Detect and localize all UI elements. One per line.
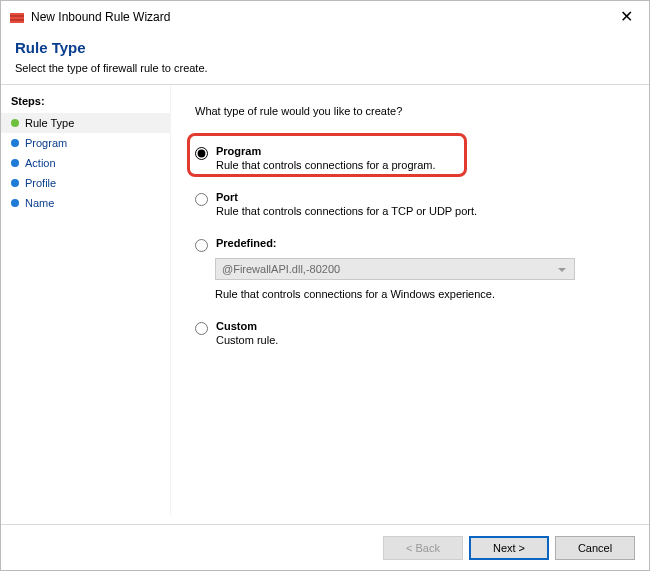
option-custom-block: Custom Custom rule. [195, 316, 631, 348]
step-name[interactable]: Name [1, 193, 170, 213]
prompt-text: What type of rule would you like to crea… [195, 105, 631, 117]
content-area: Steps: Rule Type Program Action Profile … [1, 85, 649, 515]
option-program[interactable]: Program Rule that controls connections f… [195, 141, 631, 173]
option-name: Port [216, 191, 477, 203]
bullet-icon [11, 119, 19, 127]
titlebar: New Inbound Rule Wizard ✕ [1, 1, 649, 31]
option-port-block: Port Rule that controls connections for … [195, 187, 631, 219]
main-panel: What type of rule would you like to crea… [171, 85, 649, 515]
predefined-select[interactable]: @FirewallAPI.dll,-80200 [215, 258, 575, 280]
option-port[interactable]: Port Rule that controls connections for … [195, 187, 631, 219]
firewall-icon [9, 9, 25, 25]
option-program-block: Program Rule that controls connections f… [195, 141, 631, 173]
footer: < Back Next > Cancel [1, 524, 649, 570]
step-program[interactable]: Program [1, 133, 170, 153]
step-profile[interactable]: Profile [1, 173, 170, 193]
option-predefined[interactable]: Predefined: [195, 233, 631, 254]
option-name: Custom [216, 320, 278, 332]
option-predefined-block: Predefined: @FirewallAPI.dll,-80200 Rule… [195, 233, 631, 302]
page-title: Rule Type [15, 39, 635, 56]
radio-custom[interactable] [195, 322, 208, 335]
option-name: Program [216, 145, 436, 157]
step-label: Action [25, 157, 56, 169]
step-label: Program [25, 137, 67, 149]
header: Rule Type Select the type of firewall ru… [1, 31, 649, 84]
radio-program[interactable] [195, 147, 208, 160]
bullet-icon [11, 199, 19, 207]
svg-rect-1 [10, 13, 24, 15]
option-text: Predefined: [216, 237, 277, 249]
step-action[interactable]: Action [1, 153, 170, 173]
bullet-icon [11, 139, 19, 147]
bullet-icon [11, 179, 19, 187]
radio-port[interactable] [195, 193, 208, 206]
option-custom[interactable]: Custom Custom rule. [195, 316, 631, 348]
wizard-window: New Inbound Rule Wizard ✕ Rule Type Sele… [0, 0, 650, 571]
step-label: Profile [25, 177, 56, 189]
option-name: Predefined: [216, 237, 277, 249]
predefined-select-value: @FirewallAPI.dll,-80200 [222, 263, 340, 275]
option-desc: Custom rule. [216, 334, 278, 346]
option-text: Port Rule that controls connections for … [216, 191, 477, 217]
options-group: Program Rule that controls connections f… [195, 141, 631, 348]
bullet-icon [11, 159, 19, 167]
close-icon[interactable]: ✕ [612, 7, 641, 27]
cancel-button[interactable]: Cancel [555, 536, 635, 560]
radio-predefined[interactable] [195, 239, 208, 252]
window-title: New Inbound Rule Wizard [31, 10, 170, 24]
option-text: Program Rule that controls connections f… [216, 145, 436, 171]
step-label: Rule Type [25, 117, 74, 129]
step-rule-type[interactable]: Rule Type [1, 113, 170, 133]
option-desc: Rule that controls connections for a pro… [216, 159, 436, 171]
predefined-desc-text: Rule that controls connections for a Win… [215, 288, 495, 300]
svg-rect-3 [10, 21, 24, 23]
next-button[interactable]: Next > [469, 536, 549, 560]
option-desc: Rule that controls connections for a Win… [215, 284, 631, 302]
option-desc: Rule that controls connections for a TCP… [216, 205, 477, 217]
svg-rect-2 [10, 17, 24, 19]
sidebar: Steps: Rule Type Program Action Profile … [1, 85, 171, 515]
option-text: Custom Custom rule. [216, 320, 278, 346]
back-button: < Back [383, 536, 463, 560]
page-subtitle: Select the type of firewall rule to crea… [15, 62, 635, 74]
steps-heading: Steps: [1, 91, 170, 113]
step-label: Name [25, 197, 54, 209]
